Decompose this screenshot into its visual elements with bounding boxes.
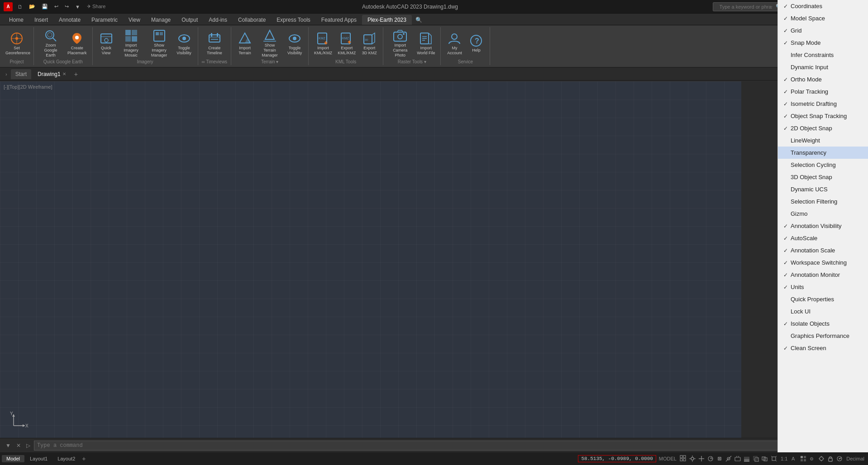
show-terrain-manager-button[interactable]: Show TerrainManager — [257, 28, 283, 58]
menu-item-transparency[interactable]: Transparency — [778, 147, 868, 159]
import-world-file-button[interactable]: ImportWorld File — [415, 30, 437, 57]
menu-item-polar-tracking[interactable]: ✓ Polar Tracking — [778, 85, 868, 98]
tab-featured[interactable]: Featured Apps — [316, 15, 362, 25]
menu-item-2d-object-snap[interactable]: ✓ 2D Object Snap — [778, 122, 868, 134]
ribbon-search-icon[interactable]: 🔍 — [412, 15, 426, 25]
decimal-label[interactable]: Decimal — [844, 456, 866, 462]
new-tab-button[interactable]: + — [72, 71, 80, 78]
command-input[interactable] — [34, 441, 857, 451]
coordinates-display[interactable]: 58.5135, -0.0989, 0.0000 — [578, 455, 656, 462]
tab-collaborate[interactable]: Collaborate — [233, 15, 271, 25]
set-georeference-button[interactable]: SetGeoreference — [4, 30, 30, 57]
menu-item-quick-properties[interactable]: Quick Properties — [778, 293, 868, 305]
menu-item-graphics-performance[interactable]: Graphics Performance — [778, 330, 868, 342]
menu-item-annotation-scale[interactable]: ✓ Annotation Scale — [778, 244, 868, 256]
tab-express[interactable]: Express Tools — [271, 15, 315, 25]
layout-tab-model[interactable]: Model — [2, 455, 24, 462]
menu-item-ortho-mode[interactable]: ✓ Ortho Mode — [778, 73, 868, 85]
new-file-button[interactable]: 🗋 — [16, 3, 24, 10]
import-camera-photo-button[interactable]: ImportCamera Photo — [387, 28, 413, 58]
layout-tab-layout1[interactable]: Layout1 — [25, 455, 52, 462]
menu-item-model-space[interactable]: ✓ Model Space — [778, 12, 868, 24]
zoom-google-earth-button[interactable]: ZoomGoogle Earth — [38, 28, 64, 58]
tab-manage[interactable]: Manage — [146, 15, 176, 25]
menu-item-gizmo[interactable]: Gizmo — [778, 208, 868, 220]
help-button[interactable]: ? Help — [466, 33, 486, 54]
menu-item-clean-screen[interactable]: ✓ Clean Screen — [778, 342, 868, 354]
lineweight-icon[interactable] — [743, 455, 751, 463]
export-3d-kmz-button[interactable]: 3D Export3D KMZ — [359, 30, 379, 57]
ortho-icon[interactable] — [697, 455, 706, 463]
undo-button[interactable]: ↩ — [53, 3, 60, 10]
menu-item-infer-constraints[interactable]: Infer Constraints — [778, 49, 868, 61]
menu-item-lineweight[interactable]: LineWeight — [778, 134, 868, 147]
doc-tab-drawing1[interactable]: Drawing1 ✕ — [33, 69, 71, 79]
add-layout-button[interactable]: + — [81, 455, 87, 462]
import-terrain-button[interactable]: ImportTerrain — [235, 30, 255, 57]
layout-tab-layout2[interactable]: Layout2 — [53, 455, 80, 462]
quick-view-button[interactable]: QuickView — [96, 30, 116, 57]
tab-parametric[interactable]: Parametric — [86, 15, 123, 25]
transparency-icon[interactable] — [752, 455, 760, 463]
object-snap-tracking-icon[interactable] — [725, 455, 733, 463]
menu-item-selection-filtering[interactable]: Selection Filtering — [778, 195, 868, 208]
menu-item-coordinates[interactable]: ✓ Coordinates — [778, 0, 868, 12]
workspace-switching-icon[interactable] — [799, 455, 807, 463]
my-account-button[interactable]: MyAccount — [444, 30, 464, 57]
menu-item-isometric-drafting[interactable]: ✓ Isometric Drafting — [778, 98, 868, 110]
close-drawing1-button[interactable]: ✕ — [62, 71, 66, 76]
3d-object-snap-icon[interactable] — [770, 455, 778, 463]
show-imagery-manager-button[interactable]: Show ImageryManager — [146, 28, 172, 58]
command-customize-button[interactable]: ▼ — [4, 441, 13, 450]
polar-icon[interactable] — [706, 455, 715, 463]
isolate-objects-icon[interactable] — [817, 455, 825, 463]
annotation-scale-label[interactable]: 1:1 — [779, 456, 789, 462]
annotation-visibility-icon[interactable]: A — [790, 455, 798, 463]
import-kml-button[interactable]: KMZ ImportKML/KMZ — [312, 30, 334, 57]
menu-item-selection-cycling[interactable]: Selection Cycling — [778, 159, 868, 171]
menu-item-3d-object-snap[interactable]: 3D Object Snap — [778, 171, 868, 183]
tab-view[interactable]: View — [123, 15, 146, 25]
units-icon[interactable]: ⚙ — [808, 455, 816, 463]
menu-item-lock-ui[interactable]: Lock UI — [778, 305, 868, 318]
create-timeline-button[interactable]: CreateTimeline — [205, 30, 224, 57]
selection-cycling-icon[interactable] — [761, 455, 769, 463]
menu-item-dynamic-input[interactable]: Dynamic Input — [778, 61, 868, 73]
object-snap-icon[interactable] — [715, 455, 724, 463]
menu-item-snap-mode[interactable]: ✓ Snap Mode — [778, 37, 868, 49]
search-input[interactable] — [716, 2, 776, 11]
export-kml-button[interactable]: KMZ ExportKML/KMZ — [336, 30, 358, 57]
tab-annotate[interactable]: Annotate — [53, 15, 86, 25]
open-file-button[interactable]: 📂 — [28, 3, 37, 10]
command-clear-button[interactable]: ✕ — [14, 441, 23, 450]
grid-icon[interactable] — [679, 455, 687, 463]
dynamic-input-icon[interactable] — [734, 455, 742, 463]
lock-ui-icon[interactable] — [826, 455, 835, 463]
snap-icon[interactable] — [688, 455, 696, 463]
menu-item-workspace-switching[interactable]: ✓ Workspace Switching — [778, 256, 868, 269]
tab-home[interactable]: Home — [4, 15, 29, 25]
tab-output[interactable]: Output — [176, 15, 203, 25]
tab-insert[interactable]: Insert — [29, 15, 53, 25]
tab-addins[interactable]: Add-ins — [203, 15, 233, 25]
menu-item-units[interactable]: ✓ Units — [778, 281, 868, 293]
toggle-visibility-terrain-button[interactable]: ToggleVisibility — [285, 30, 305, 57]
tab-plexearth[interactable]: Plex-Earth 2023 — [362, 15, 412, 25]
create-placemark-button[interactable]: CreatePlacemark — [66, 30, 89, 57]
menu-item-object-snap-tracking[interactable]: ✓ Object Snap Tracking — [778, 110, 868, 122]
menu-item-autoscale[interactable]: ✓ AutoScale — [778, 232, 868, 244]
menu-item-dynamic-ucs[interactable]: Dynamic UCS — [778, 183, 868, 195]
menu-item-isolate-objects[interactable]: ✓ Isolate Objects — [778, 318, 868, 330]
menu-item-annotation-monitor[interactable]: ✓ Annotation Monitor — [778, 269, 868, 281]
share-button[interactable]: ✈ Share — [85, 4, 107, 9]
graphics-performance-icon[interactable] — [835, 455, 844, 463]
doc-tab-start[interactable]: Start — [11, 69, 31, 79]
menu-item-annotation-visibility[interactable]: ✓ Annotation Visibility — [778, 220, 868, 232]
save-button[interactable]: 💾 — [40, 3, 49, 10]
redo-button[interactable]: ↪ — [63, 3, 70, 10]
import-imagery-mosaic-button[interactable]: Import ImageryMosaic — [118, 28, 144, 58]
menu-item-grid[interactable]: ✓ Grid — [778, 24, 868, 37]
toggle-visibility-imagery-button[interactable]: ToggleVisibility — [174, 30, 194, 57]
model-button[interactable]: MODEL — [657, 456, 678, 462]
customization-button[interactable]: ▼ — [74, 3, 81, 10]
